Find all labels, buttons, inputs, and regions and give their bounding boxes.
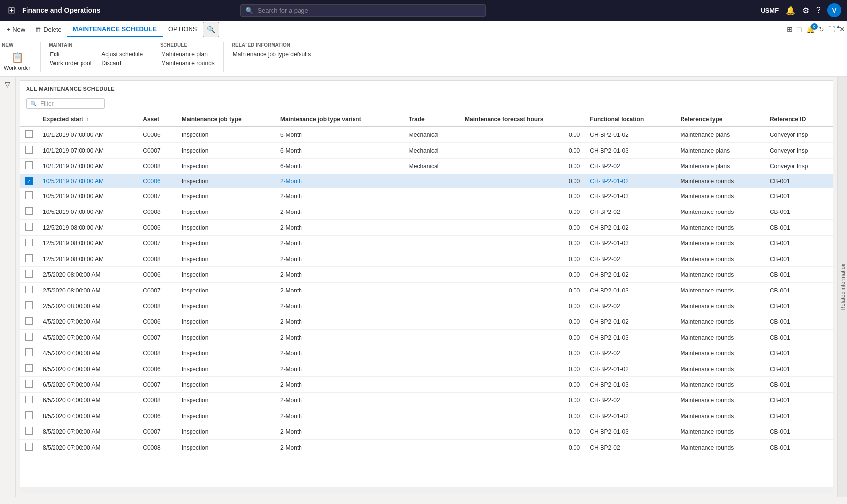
maintenance-rounds-button[interactable]: Maintenance rounds [160, 59, 216, 67]
col-expected-start[interactable]: Expected start ↑ [38, 112, 138, 127]
settings-icon[interactable]: ⚙ [802, 6, 809, 15]
row-checkbox[interactable] [20, 204, 38, 220]
table-row[interactable]: 2/5/2020 08:00:00 AM C0006 Inspection 2-… [20, 267, 833, 283]
row-checkbox[interactable] [20, 345, 38, 361]
cell-asset[interactable]: C0008 [138, 204, 176, 220]
col-functional-location[interactable]: Functional location [585, 112, 675, 127]
cell-asset[interactable]: C0008 [138, 393, 176, 408]
cell-asset[interactable]: C0007 [138, 188, 176, 204]
cell-asset[interactable]: C0007 [138, 283, 176, 298]
col-trade[interactable]: Trade [404, 112, 460, 127]
row-checkbox[interactable] [20, 267, 38, 283]
cell-functional-location[interactable]: CH-BP2-02 [585, 345, 675, 361]
cell-asset[interactable]: C0007 [138, 424, 176, 440]
discard-button[interactable]: Discard [100, 59, 144, 67]
cell-functional-location[interactable]: CH-BP2-01-03 [585, 236, 675, 251]
row-checkbox[interactable] [20, 220, 38, 236]
table-row[interactable]: 4/5/2020 07:00:00 AM C0006 Inspection 2-… [20, 314, 833, 330]
cell-asset[interactable]: C0006 [138, 127, 176, 143]
cell-asset[interactable]: C0006 [138, 267, 176, 283]
table-row[interactable]: 8/5/2020 07:00:00 AM C0008 Inspection 2-… [20, 440, 833, 455]
table-row[interactable]: 12/5/2019 08:00:00 AM C0008 Inspection 2… [20, 251, 833, 267]
cell-functional-location[interactable]: CH-BP2-02 [585, 204, 675, 220]
cell-functional-location[interactable]: CH-BP2-01-02 [585, 361, 675, 377]
row-checkbox[interactable] [20, 188, 38, 204]
table-row[interactable]: 4/5/2020 07:00:00 AM C0008 Inspection 2-… [20, 345, 833, 361]
cell-asset[interactable]: C0007 [138, 236, 176, 251]
tab-options[interactable]: OPTIONS [163, 23, 203, 37]
row-checkbox[interactable] [20, 377, 38, 393]
cell-functional-location[interactable]: CH-BP2-01-02 [585, 174, 675, 188]
table-row[interactable]: 4/5/2020 07:00:00 AM C0007 Inspection 2-… [20, 330, 833, 345]
row-checkbox[interactable] [20, 393, 38, 408]
row-checkbox[interactable]: ✓ [20, 174, 38, 188]
cell-functional-location[interactable]: CH-BP2-01-03 [585, 283, 675, 298]
cell-functional-location[interactable]: CH-BP2-01-03 [585, 377, 675, 393]
maintenance-plan-button[interactable]: Maintenance plan [160, 51, 216, 58]
cell-functional-location[interactable]: CH-BP2-01-03 [585, 424, 675, 440]
row-checkbox[interactable] [20, 251, 38, 267]
table-row[interactable]: 10/1/2019 07:00:00 AM C0006 Inspection 6… [20, 127, 833, 143]
row-checkbox[interactable] [20, 408, 38, 424]
cell-asset[interactable]: C0006 [138, 220, 176, 236]
user-avatar[interactable]: V [827, 3, 841, 17]
table-row[interactable]: 2/5/2020 08:00:00 AM C0007 Inspection 2-… [20, 283, 833, 298]
apps-menu-icon[interactable]: ⊞ [6, 3, 17, 18]
help-icon[interactable]: ? [816, 6, 820, 15]
cell-functional-location[interactable]: CH-BP2-01-03 [585, 188, 675, 204]
cell-asset[interactable]: C0006 [138, 361, 176, 377]
global-search[interactable]: 🔍 [240, 4, 486, 17]
window-icon[interactable]: ◻ [796, 26, 802, 33]
cell-asset[interactable]: C0006 [138, 314, 176, 330]
table-row[interactable]: 8/5/2020 07:00:00 AM C0007 Inspection 2-… [20, 424, 833, 440]
data-table[interactable]: Expected start ↑ Asset Maintenance job t… [20, 112, 833, 487]
row-checkbox[interactable] [20, 127, 38, 143]
filter-input[interactable] [40, 100, 100, 107]
cell-functional-location[interactable]: CH-BP2-02 [585, 251, 675, 267]
cell-functional-location[interactable]: CH-BP2-01-02 [585, 314, 675, 330]
row-checkbox[interactable] [20, 314, 38, 330]
table-row[interactable]: 6/5/2020 07:00:00 AM C0008 Inspection 2-… [20, 393, 833, 408]
cell-asset[interactable]: C0008 [138, 345, 176, 361]
tab-maintenance-schedule[interactable]: MAINTENANCE SCHEDULE [67, 23, 163, 37]
col-variant[interactable]: Maintenance job type variant [275, 112, 404, 127]
col-job-type[interactable]: Maintenance job type [177, 112, 275, 127]
table-row[interactable]: 10/1/2019 07:00:00 AM C0008 Inspection 6… [20, 159, 833, 174]
expand-icon[interactable]: ⛶ [828, 26, 835, 33]
cell-functional-location[interactable]: CH-BP2-01-02 [585, 408, 675, 424]
notification-icon[interactable]: 🔔 [786, 6, 795, 15]
cell-functional-location[interactable]: CH-BP2-02 [585, 159, 675, 174]
notification-ribbon-icon[interactable]: 🔔 0 [806, 26, 815, 33]
cell-functional-location[interactable]: CH-BP2-01-02 [585, 220, 675, 236]
search-input[interactable] [257, 7, 480, 14]
table-row[interactable]: 10/5/2019 07:00:00 AM C0008 Inspection 2… [20, 204, 833, 220]
cell-asset[interactable]: C0008 [138, 298, 176, 314]
col-asset[interactable]: Asset [138, 112, 176, 127]
table-row[interactable]: 8/5/2020 07:00:00 AM C0006 Inspection 2-… [20, 408, 833, 424]
horizontal-scrollbar[interactable] [20, 487, 833, 493]
cell-asset[interactable]: C0008 [138, 251, 176, 267]
row-checkbox[interactable] [20, 283, 38, 298]
ribbon-collapse-button[interactable]: ▲ [835, 23, 841, 30]
cell-functional-location[interactable]: CH-BP2-02 [585, 440, 675, 455]
cell-functional-location[interactable]: CH-BP2-01-03 [585, 143, 675, 159]
row-checkbox[interactable] [20, 236, 38, 251]
row-checkbox[interactable] [20, 424, 38, 440]
ribbon-search-button[interactable]: 🔍 [203, 22, 219, 37]
filter-input-wrapper[interactable]: 🔍 [26, 98, 105, 109]
cell-functional-location[interactable]: CH-BP2-01-02 [585, 127, 675, 143]
row-checkbox[interactable] [20, 159, 38, 174]
cell-asset[interactable]: C0007 [138, 377, 176, 393]
work-order-pool-button[interactable]: Work order pool [49, 59, 92, 67]
table-row[interactable]: ✓ 10/5/2019 07:00:00 AM C0006 Inspection… [20, 174, 833, 188]
cell-asset[interactable]: C0007 [138, 143, 176, 159]
job-type-defaults-button[interactable]: Maintenance job type defaults [232, 51, 312, 58]
table-row[interactable]: 10/5/2019 07:00:00 AM C0007 Inspection 2… [20, 188, 833, 204]
cell-functional-location[interactable]: CH-BP2-01-03 [585, 330, 675, 345]
work-order-button[interactable]: 📋 Work order [2, 51, 32, 72]
cell-asset[interactable]: C0006 [138, 174, 176, 188]
cell-functional-location[interactable]: CH-BP2-02 [585, 298, 675, 314]
cell-asset[interactable]: C0006 [138, 408, 176, 424]
filter-sidebar-icon[interactable]: ▽ [5, 80, 10, 88]
col-reference-type[interactable]: Reference type [675, 112, 765, 127]
